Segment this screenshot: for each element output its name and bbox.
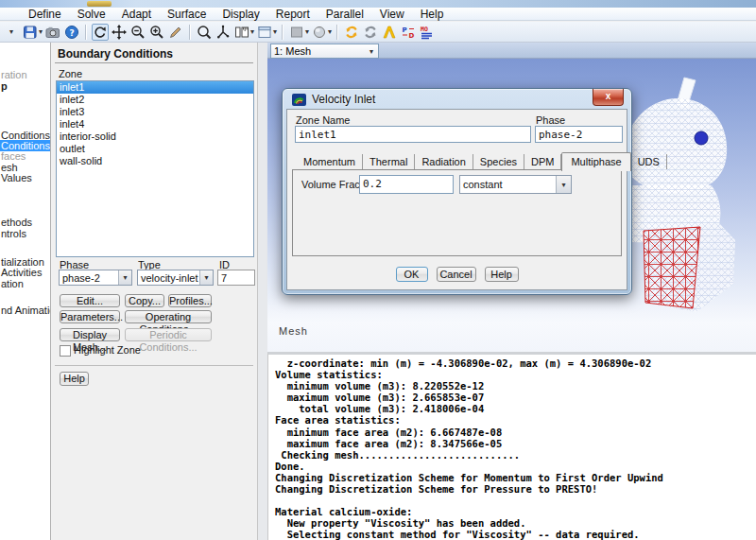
console-line: Face area statistics:	[275, 414, 756, 426]
tab-multiphase[interactable]: Multiphase	[561, 152, 630, 171]
highlight-zone-checkbox[interactable]	[60, 345, 71, 357]
dialog-titlebar[interactable]: Velocity Inlet	[292, 91, 375, 108]
zone-list-item-wall-solid[interactable]: wall-solid	[57, 155, 253, 167]
multiphase-tab-panel: Volume Fraction 0.2 constant ▾	[292, 169, 622, 256]
display-mesh-button[interactable]: Display Mesh...	[60, 328, 120, 341]
chevron-down-icon: ▾	[556, 176, 571, 193]
menu-define[interactable]: Define	[28, 8, 61, 21]
zone-list-item-inlet4[interactable]: inlet4	[57, 118, 253, 131]
menu-report[interactable]: Report	[276, 8, 310, 21]
volume-fraction-method-dropdown[interactable]: constant ▾	[459, 175, 572, 194]
close-icon[interactable]: x	[593, 89, 624, 106]
copy-button[interactable]: Copy...	[125, 294, 164, 307]
zone-list-item-inlet2[interactable]: inlet2	[57, 94, 253, 106]
shaded-sphere-icon-caret[interactable]: ▾	[328, 27, 332, 36]
fluent-logo-icon[interactable]	[381, 24, 398, 41]
help-button[interactable]: Help	[60, 372, 89, 386]
phase-dropdown[interactable]: phase-2 ▾	[59, 270, 132, 286]
surface-box-icon-caret[interactable]: ▾	[305, 27, 309, 36]
boundary-conditions-panel: Boundary Conditions Zone inlet1inlet2inl…	[51, 43, 258, 540]
view-selector-dropdown[interactable]: 1: Mesh ▾	[270, 44, 379, 59]
surface-box-icon[interactable]	[288, 24, 305, 41]
parallel-pd-icon[interactable]: PD	[400, 24, 417, 41]
parameters-button[interactable]: Parameters...	[60, 310, 120, 323]
menu-surface[interactable]: Surface	[167, 8, 206, 21]
profiles-button[interactable]: Profiles...	[168, 294, 212, 307]
volume-fraction-input[interactable]: 0.2	[359, 175, 454, 194]
tab-radiation[interactable]: Radiation	[415, 154, 472, 169]
refresh-case-icon[interactable]	[343, 24, 360, 41]
zone-list-item-inlet3[interactable]: inlet3	[57, 106, 253, 118]
dialog-help-button[interactable]: Help	[485, 267, 519, 282]
window-titlebar[interactable]	[0, 0, 756, 8]
layout-window-icon[interactable]	[256, 24, 273, 41]
tab-species[interactable]: Species	[473, 154, 524, 169]
periodic-conditions-button: Periodic Conditions...	[125, 328, 212, 341]
svg-text:?: ?	[69, 27, 74, 37]
svg-text:D: D	[409, 32, 415, 40]
zone-list-item-interior-solid[interactable]: interior-solid	[57, 131, 253, 143]
menu-help[interactable]: Help	[421, 8, 444, 21]
console-line	[275, 495, 756, 506]
probe-pencil-icon[interactable]	[167, 24, 184, 41]
zone-id-field: 7	[217, 270, 255, 286]
rotate-view-icon[interactable]	[92, 24, 109, 41]
zone-list-item-outlet[interactable]: outlet	[57, 143, 253, 155]
mesh-caption: Mesh	[279, 325, 308, 337]
pan-icon[interactable]	[111, 24, 128, 41]
console-line: Checking mesh...........................	[275, 449, 756, 461]
shaded-sphere-icon[interactable]	[311, 24, 328, 41]
console-output[interactable]: z-coordinate: min (m) = -4.306890e-02, m…	[267, 352, 756, 540]
chevron-down-icon: ▾	[199, 270, 213, 285]
nav-tree-item[interactable]: faces	[0, 150, 26, 162]
cancel-button[interactable]: Cancel	[437, 267, 476, 282]
ruler-panels-icon-caret[interactable]: ▾	[250, 27, 254, 36]
nav-tree-item[interactable]: p	[0, 80, 8, 92]
ruler-panels-icon[interactable]	[233, 24, 250, 41]
zone-name-field[interactable]: inlet1	[295, 126, 531, 143]
zoom-in-icon[interactable]	[148, 24, 165, 41]
save-icon-caret[interactable]: ▾	[39, 27, 43, 36]
nav-tree-item[interactable]: ation	[0, 278, 24, 289]
zoom-out-icon[interactable]	[129, 24, 146, 41]
nav-tree-item[interactable]: Values	[0, 172, 32, 183]
zone-list-item-inlet1[interactable]: inlet1	[57, 81, 253, 94]
menu-parallel[interactable]: Parallel	[326, 8, 364, 21]
tab-thermal[interactable]: Thermal	[363, 154, 415, 169]
chevron-down-icon: ▾	[365, 47, 378, 56]
menu-view[interactable]: View	[380, 8, 404, 21]
monitor-mo-icon[interactable]: MO	[419, 24, 436, 41]
panel-splitter[interactable]	[258, 43, 267, 540]
tab-dpm[interactable]: DPM	[524, 154, 561, 169]
type-dropdown[interactable]: velocity-inlet ▾	[137, 270, 214, 286]
nav-tree-item[interactable]: Activities	[0, 267, 42, 278]
layout-window-icon-caret[interactable]: ▾	[273, 27, 277, 36]
save-icon[interactable]	[22, 24, 39, 41]
edit-button[interactable]: Edit...	[60, 294, 120, 307]
nav-tree-item[interactable]: ration	[0, 69, 27, 80]
menu-solve[interactable]: Solve	[77, 8, 106, 21]
tab-momentum[interactable]: Momentum	[297, 154, 363, 169]
axes-probe-icon[interactable]	[215, 24, 232, 41]
dialog-title: Velocity Inlet	[312, 93, 375, 106]
help-icon[interactable]: ?	[63, 24, 80, 41]
nav-tree-item[interactable]: nd Animations	[0, 305, 51, 316]
nav-tree-item[interactable]: ethods	[0, 217, 32, 228]
nav-tree-item[interactable]: ntrols	[0, 228, 26, 239]
console-line: New property "Viscosity" has been added.	[275, 517, 756, 529]
tab-uds[interactable]: UDS	[631, 154, 667, 169]
magnify-select-icon[interactable]	[196, 24, 213, 41]
menu-adapt[interactable]: Adapt	[122, 8, 151, 21]
toolbar-separator	[336, 25, 338, 40]
zone-name-label: Zone Name	[296, 114, 350, 126]
toolbar-separator	[189, 25, 191, 40]
console-line: maximum volume (m3): 2.665853e-07	[275, 392, 756, 403]
ok-button[interactable]: OK	[396, 267, 428, 282]
file-menu-caret[interactable]: ▾	[3, 24, 20, 41]
sync-icon[interactable]	[362, 24, 379, 41]
operating-conditions-button[interactable]: Operating Conditions...	[125, 310, 212, 323]
screenshot-camera-icon[interactable]	[44, 24, 61, 41]
fluent-window: DefineSolveAdaptSurfaceDisplayReportPara…	[0, 0, 756, 540]
menu-display[interactable]: Display	[222, 8, 259, 21]
zone-list[interactable]: inlet1inlet2inlet3inlet4interior-solidou…	[56, 80, 254, 257]
